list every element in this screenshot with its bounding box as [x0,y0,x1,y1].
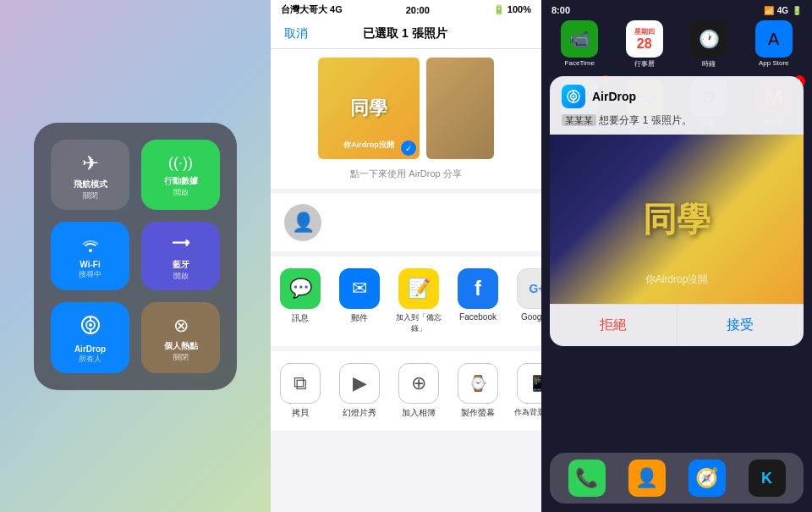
cellular-label: 行動數據 [164,175,198,187]
status-bar: 台灣大哥大 4G 20:00 🔋 100% [271,0,541,19]
app-mail[interactable]: ✉ 郵件 [330,265,389,338]
dock-safari[interactable]: 🧭 [689,460,726,497]
mail-label: 郵件 [351,312,368,324]
dock-phone[interactable]: 📞 [568,460,606,497]
share-secondary-image [426,58,494,159]
screen-record-label: 製作螢幕 [461,407,495,419]
wallpaper-icon: 📱 [517,363,541,404]
appstore-label: App Store [759,59,789,67]
wallpaper-label: 作為背景圖片 [513,407,541,418]
hotspot-button[interactable]: ⊗ 個人熱點 關閉 [141,302,220,373]
share-sheet-panel: 台灣大哥大 4G 20:00 🔋 100% 取消 已選取 1 張照片 同學 你A… [271,0,541,512]
sender-name: 某某某 [562,114,596,126]
dock: 📞 👤 🧭 K [550,453,804,504]
appstore-app[interactable]: A App Store [746,20,803,69]
airdrop-notif-message: 某某某 想要分享 1 張照片。 [550,113,804,135]
facebook-label: Facebook [459,312,497,322]
facetime-app[interactable]: 📹 FaceTime [551,20,608,69]
airdrop-icon [80,314,102,341]
image-text-line1: 同學 [350,98,387,118]
notes-label: 加入到「備忘錄」 [395,312,442,334]
dock-contacts[interactable]: 👤 [628,460,666,497]
screen-record-icon: ⌚ [458,363,498,404]
copy-label: 拷貝 [292,407,309,419]
airdrop-preview-text-line2: 你Airdrop沒開 [550,273,804,287]
share-nav: 取消 已選取 1 張照片 [271,19,541,49]
app-facebook[interactable]: f Facebook [448,265,508,338]
bluetooth-icon: ⭢ [172,234,190,256]
airdrop-person-row[interactable]: 👤 [271,194,541,251]
accept-button[interactable]: 接受 [678,305,804,346]
wifi-button[interactable]: Wi-Fi 搜尋中 [51,222,129,290]
airdrop-sub: 所有人 [79,354,102,365]
ad-signal-icon: 📶 [764,6,774,15]
svg-point-2 [89,323,92,327]
notes-icon: 📝 [398,268,439,309]
slideshow-icon: ▶ [339,363,380,404]
dock-app4[interactable]: K [749,460,786,497]
control-center-card: ✈ 飛航模式 關閉 ((·)) 行動數據 開啟 Wi-Fi 搜尋中 ⭢ [34,123,237,390]
clock: 20:00 [406,5,430,15]
airdrop-notif-header: AirDrop [550,76,804,113]
hotspot-icon: ⊗ [173,315,189,337]
action-slideshow[interactable]: ▶ 幻燈片秀 [330,360,389,422]
image-text-line2: 你Airdrop沒開 [318,140,420,151]
google-icon: G+ [517,268,541,309]
add-album-icon: ⊕ [398,363,439,404]
home-grid-row1: 📹 FaceTime 星期四 28 行事曆 🕐 時鐘 A App Store [541,17,812,72]
action-add-album[interactable]: ⊕ 加入相簿 [389,360,448,422]
share-title: 已選取 1 張照片 [363,26,447,41]
airdrop-person-avatar: 👤 [284,204,321,241]
airplane-icon: ✈ [82,151,99,175]
airplane-sub: 關閉 [83,190,98,201]
mail-icon: ✉ [339,268,380,309]
carrier: 台灣大哥大 4G [281,3,343,16]
ad-status-right: 📶 4G 🔋 [764,6,802,15]
airdrop-notification-card: AirDrop 某某某 想要分享 1 張照片。 同學 你Airdrop沒開 拒絕… [550,76,804,346]
facetime-icon: 📹 [561,20,598,58]
share-actions-row: ⧉ 拷貝 ▶ 幻燈片秀 ⊕ 加入相簿 ⌚ 製作螢幕 📱 作為背景圖片 [271,351,541,431]
share-preview-area: 同學 你Airdrop沒開 ✓ 點一下來使用 AirDrop 分享 [271,49,541,189]
svg-point-5 [573,96,575,98]
calendar-icon: 星期四 28 [626,20,663,58]
wifi-icon [80,235,101,256]
clock-label: 時鐘 [702,59,716,69]
airplane-mode-button[interactable]: ✈ 飛航模式 關閉 [51,140,129,210]
hotspot-sub: 關閉 [173,352,189,363]
calendar-app[interactable]: 星期四 28 行事曆 [617,20,673,69]
action-screen-record[interactable]: ⌚ 製作螢幕 [448,360,508,422]
clock-app[interactable]: 🕐 時鐘 [681,20,738,69]
facetime-label: FaceTime [565,59,595,67]
add-album-label: 加入相簿 [402,407,436,419]
messages-icon: 💬 [280,268,321,309]
action-copy[interactable]: ⧉ 拷貝 [271,360,330,422]
copy-icon: ⧉ [280,363,321,404]
airdrop-action-buttons: 拒絕 接受 [550,304,804,346]
app-messages[interactable]: 💬 訊息 [271,265,330,338]
ad-status-bar: 8:00 📶 4G 🔋 [541,0,812,17]
share-main-image: 同學 你Airdrop沒開 ✓ [318,58,420,159]
facebook-icon: f [458,268,498,309]
airdrop-button[interactable]: AirDrop 所有人 [51,302,129,373]
airdrop-preview-text-line1: 同學 [643,202,710,236]
share-apps-row: 💬 訊息 ✉ 郵件 📝 加入到「備忘錄」 f Facebook G+ Googl… [271,256,541,346]
cancel-button[interactable]: 取消 [284,26,308,41]
airdrop-preview-image: 同學 你Airdrop沒開 [550,135,804,304]
app-notes[interactable]: 📝 加入到「備忘錄」 [389,265,448,338]
google-label: Google+ [521,312,541,322]
cellular-button[interactable]: ((·)) 行動數據 開啟 [141,140,220,210]
app-google[interactable]: G+ Google+ [508,265,541,338]
decline-button[interactable]: 拒絕 [550,305,678,346]
appstore-icon: A [755,20,793,58]
battery: 🔋 100% [493,4,531,15]
airdrop-label: AirDrop [74,344,106,354]
cellular-icon: ((·)) [168,154,193,172]
bluetooth-button[interactable]: ⭢ 藍牙 開啟 [141,222,220,290]
ad-carrier: 4G [777,6,788,15]
bluetooth-label: 藍牙 [173,259,189,271]
slideshow-label: 幻燈片秀 [343,407,376,419]
messages-label: 訊息 [292,312,309,324]
airdrop-notification-panel: 8:00 📶 4G 🔋 📹 FaceTime 星期四 28 行事曆 🕐 時鐘 A… [541,0,812,512]
airdrop-msg-text: 想要分享 1 張照片。 [599,114,691,126]
action-wallpaper[interactable]: 📱 作為背景圖片 [508,360,541,422]
